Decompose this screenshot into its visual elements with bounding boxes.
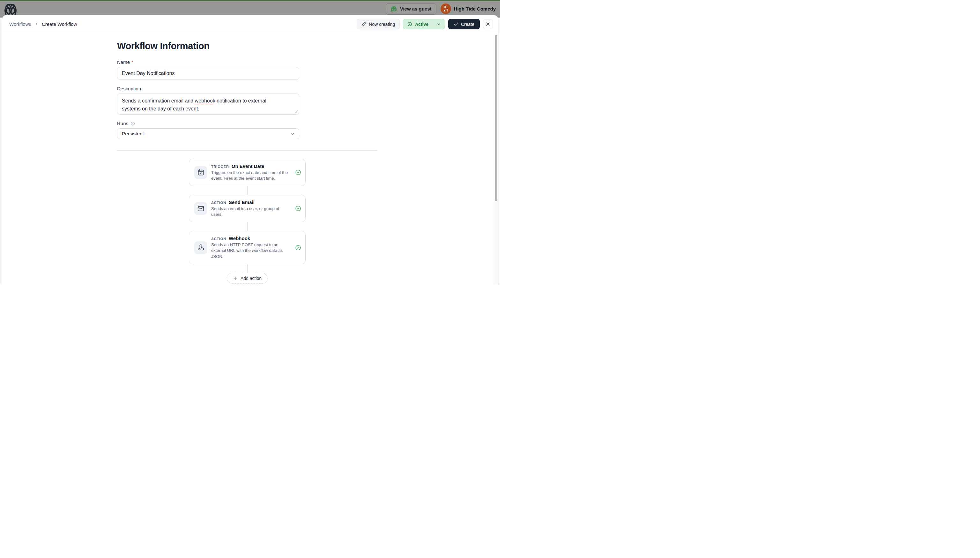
chevron-down-icon (437, 22, 441, 26)
required-marker: * (131, 59, 133, 65)
check-icon (454, 22, 458, 26)
calendar-check-icon (198, 169, 204, 176)
now-creating-button[interactable]: Now creating (357, 19, 400, 30)
pencil-icon (362, 22, 366, 26)
breadcrumb-current: Create Workflow (42, 21, 77, 27)
breadcrumb: Workflows Create Workflow (9, 21, 77, 27)
org-switcher[interactable]: H: ▲T High Tide Comedy (440, 3, 496, 14)
step-kind-label: ACTION (211, 201, 226, 205)
chevron-down-icon (290, 131, 295, 136)
close-button[interactable] (483, 19, 493, 29)
view-as-guest-label: View as guest (400, 6, 432, 11)
step-title: Send Email (229, 200, 255, 205)
chevron-right-icon (34, 22, 39, 26)
step-description: Triggers on the exact date and time of t… (211, 170, 291, 181)
org-name: High Tide Comedy (454, 6, 496, 11)
status-label: Active (415, 22, 429, 27)
connector-line (247, 264, 247, 273)
runs-label: Runs (117, 121, 299, 126)
section-divider (117, 150, 377, 151)
step-icon-tile (194, 241, 207, 254)
step-kind-label: TRIGGER (211, 165, 229, 169)
runs-selected-value: Persistent (122, 131, 144, 137)
step-icon-tile (194, 202, 207, 215)
avatar-line2: ▲T (443, 9, 448, 12)
connector-line (247, 186, 247, 195)
org-avatar: H: ▲T (440, 3, 451, 14)
step-icon-tile (194, 166, 207, 179)
workflow-step-card[interactable]: ACTION Send Email Sends an email to a us… (189, 195, 306, 222)
webhook-icon (198, 244, 204, 251)
scrollbar-track[interactable] (494, 33, 498, 285)
now-creating-label: Now creating (369, 22, 395, 27)
create-workflow-modal: Workflows Create Workflow Now creating A… (2, 15, 498, 285)
add-action-button[interactable]: Add action (227, 273, 268, 284)
description-text: Sends a confirmation email and (122, 98, 195, 103)
connector-line (247, 222, 247, 231)
status-dropdown[interactable]: Active (403, 19, 445, 30)
check-circle-icon (295, 245, 301, 251)
brand-knot-logo-icon[interactable] (3, 2, 18, 16)
step-description: Sends an email to a user, or group of us… (211, 206, 291, 217)
description-textarea[interactable]: Sends a confirmation email and webhook n… (117, 94, 299, 115)
add-action-label: Add action (241, 276, 262, 281)
scrollbar-thumb[interactable] (495, 35, 497, 201)
workflow-steps: TRIGGER On Event Date Triggers on the ex… (117, 159, 377, 285)
breadcrumb-workflows-link[interactable]: Workflows (9, 21, 31, 27)
resize-handle-icon[interactable] (294, 110, 298, 113)
description-label: Description (117, 86, 299, 91)
status-disc-icon (407, 21, 412, 27)
create-button[interactable]: Create (448, 19, 480, 30)
modal-body: Workflow Information Name* Description S… (2, 33, 498, 285)
mail-icon (198, 205, 204, 212)
close-icon (486, 22, 490, 26)
info-icon[interactable] (131, 121, 135, 126)
runs-select[interactable]: Persistent (117, 128, 299, 139)
plus-icon (233, 276, 238, 281)
workflow-step-card[interactable]: TRIGGER On Event Date Triggers on the ex… (189, 159, 306, 186)
create-label: Create (461, 22, 474, 27)
guest-knot-icon (391, 5, 397, 12)
step-kind-label: ACTION (211, 237, 226, 241)
check-circle-icon (295, 169, 301, 175)
name-input[interactable] (117, 67, 299, 80)
page-title: Workflow Information (117, 41, 377, 51)
check-circle-icon (295, 205, 301, 212)
view-as-guest-button[interactable]: View as guest (386, 3, 437, 15)
step-title: Webhook (229, 236, 250, 241)
workflow-step-card[interactable]: ACTION Webhook Sends an HTTP POST reques… (189, 231, 306, 264)
misspelled-word: webhook (195, 98, 215, 104)
step-description: Sends an HTTP POST request to an externa… (211, 242, 291, 259)
step-title: On Event Date (232, 163, 265, 169)
name-label: Name* (117, 59, 299, 65)
modal-header: Workflows Create Workflow Now creating A… (2, 15, 498, 33)
